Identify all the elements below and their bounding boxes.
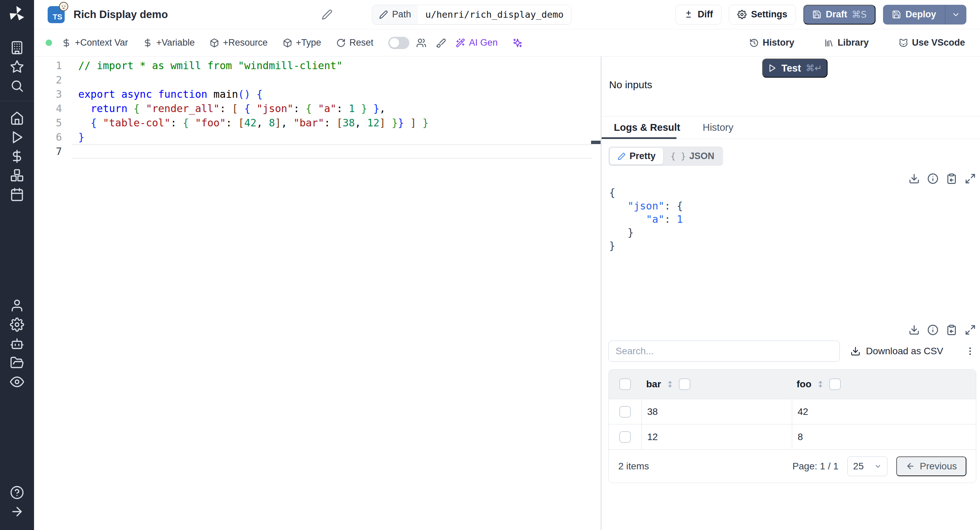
sidebar-item-runs[interactable] [0, 128, 34, 147]
dollar-icon [62, 38, 71, 48]
tab-history[interactable]: History [703, 122, 733, 133]
windmill-logo-icon[interactable] [8, 4, 27, 23]
page-size-select[interactable]: 25 [847, 457, 888, 476]
table-actions-row [908, 324, 976, 335]
line-number: 6 [34, 130, 72, 144]
download-icon[interactable] [908, 173, 920, 184]
expand-icon[interactable] [965, 173, 976, 184]
code-line[interactable]: 4 return { "render_all": [ { "json": { "… [34, 102, 601, 116]
code-text [72, 73, 592, 87]
checkbox[interactable] [679, 378, 690, 390]
sidebar-item-folders[interactable] [0, 353, 34, 372]
test-shortcut: ⌘↵ [806, 63, 822, 73]
code-line[interactable]: 6} [34, 130, 601, 144]
info-icon[interactable] [927, 173, 939, 184]
diff-button[interactable]: Diff [675, 5, 721, 24]
column-header-foo[interactable]: foo [792, 370, 976, 399]
edit-title-pencil-icon[interactable] [321, 9, 332, 20]
sort-icon[interactable] [666, 380, 674, 388]
library-button[interactable]: Library [824, 37, 869, 48]
table-cell: 42 [792, 399, 976, 424]
pretty-label: Pretty [630, 151, 656, 161]
sidebar-item-settings[interactable] [0, 315, 34, 334]
checkbox[interactable] [619, 431, 631, 443]
test-button[interactable]: Test ⌘↵ [762, 59, 827, 78]
settings-button[interactable]: Settings [729, 5, 796, 24]
tab-logs-result[interactable]: Logs & Result [614, 122, 680, 133]
calendar-icon [10, 187, 24, 202]
row-select-cell [609, 425, 641, 449]
deploy-dropdown-button[interactable] [945, 5, 966, 24]
user-icon [10, 299, 24, 313]
add-context-var-button[interactable]: +Context Var [62, 37, 128, 48]
code-editor[interactable]: 1// import * as wmill from "windmill-cli… [34, 57, 601, 530]
sort-icon[interactable] [816, 380, 824, 388]
script-path-button[interactable]: Path u/henri/rich_display_demo [372, 5, 571, 24]
reset-button[interactable]: Reset [336, 37, 374, 48]
add-variable-button[interactable]: +Variable [143, 37, 195, 48]
history-button[interactable]: History [749, 37, 794, 48]
folder-icon [10, 356, 24, 370]
table-row[interactable]: 3842 [609, 399, 976, 424]
checkbox[interactable] [619, 406, 631, 418]
page-indicator: Page: 1 / 1 [792, 461, 838, 472]
code-line[interactable]: 2 [34, 73, 601, 87]
typescript-badge: TS [48, 6, 65, 23]
ai-fix-button[interactable] [512, 38, 523, 48]
sidebar-expand-button[interactable] [0, 502, 34, 521]
code-line[interactable]: 7 [34, 144, 601, 159]
sidebar-item-resources[interactable] [0, 166, 34, 185]
assistant-toggle[interactable] [388, 37, 409, 49]
ai-gen-button[interactable]: AI Gen [456, 37, 498, 48]
download-csv-button[interactable]: Download as CSV [850, 346, 943, 357]
sidebar-admin-group [0, 296, 34, 391]
json-result-view: { "json": { "a": 1 }} [609, 186, 683, 252]
add-type-button[interactable]: +Type [283, 37, 321, 48]
dollar-icon [10, 149, 24, 163]
use-vscode-button[interactable]: Use VScode [899, 37, 965, 48]
add-type-label: +Type [296, 37, 321, 48]
pretty-view-button[interactable]: Pretty [610, 148, 663, 164]
table-row[interactable]: 128 [609, 424, 976, 449]
search-input[interactable] [608, 341, 840, 362]
code-line[interactable]: 1// import * as wmill from "windmill-cli… [34, 59, 601, 73]
checkbox[interactable] [829, 378, 841, 390]
sidebar-item-variables[interactable] [0, 147, 34, 166]
sidebar-item-favorites[interactable] [0, 57, 34, 76]
json-view-button[interactable]: { } JSON [663, 148, 722, 164]
draft-button[interactable]: Draft ⌘S [803, 5, 875, 24]
sidebar-item-workers[interactable] [0, 334, 34, 353]
collaboration-button[interactable] [416, 38, 426, 48]
info-icon[interactable] [927, 324, 939, 335]
clipboard-copy-icon[interactable] [946, 173, 957, 184]
download-icon [850, 346, 861, 356]
sidebar-item-audit-logs[interactable] [0, 372, 34, 391]
code-line[interactable]: 5 { "table-col": { "foo": [42, 8], "bar"… [34, 116, 601, 130]
sidebar-item-home[interactable] [0, 109, 34, 128]
help-icon [10, 485, 24, 500]
checkbox[interactable] [619, 378, 631, 390]
column-header-bar[interactable]: bar [641, 370, 792, 399]
sidebar-item-search[interactable] [0, 76, 34, 95]
previous-label: Previous [920, 461, 957, 472]
sparkles-icon [512, 38, 523, 48]
code-line[interactable]: 3export async function main() { [34, 87, 601, 102]
expand-icon[interactable] [965, 324, 976, 335]
clipboard-copy-icon[interactable] [946, 324, 957, 335]
save-icon [892, 10, 901, 19]
sidebar-item-workspace[interactable] [0, 38, 34, 57]
deploy-button-label: Deploy [905, 9, 936, 20]
table-menu-button[interactable] [965, 346, 975, 356]
play-icon [768, 64, 776, 73]
add-resource-button[interactable]: +Resource [210, 37, 267, 48]
deploy-button[interactable]: Deploy [883, 5, 945, 24]
download-icon[interactable] [908, 324, 920, 335]
format-code-button[interactable] [436, 38, 446, 48]
toggle-knob [390, 38, 399, 48]
library-label: Library [837, 37, 869, 48]
sidebar-item-users[interactable] [0, 296, 34, 315]
sidebar-item-schedules[interactable] [0, 185, 34, 204]
sidebar-top-group [0, 38, 34, 95]
sidebar-item-help[interactable] [0, 483, 34, 502]
previous-page-button[interactable]: Previous [896, 457, 966, 476]
